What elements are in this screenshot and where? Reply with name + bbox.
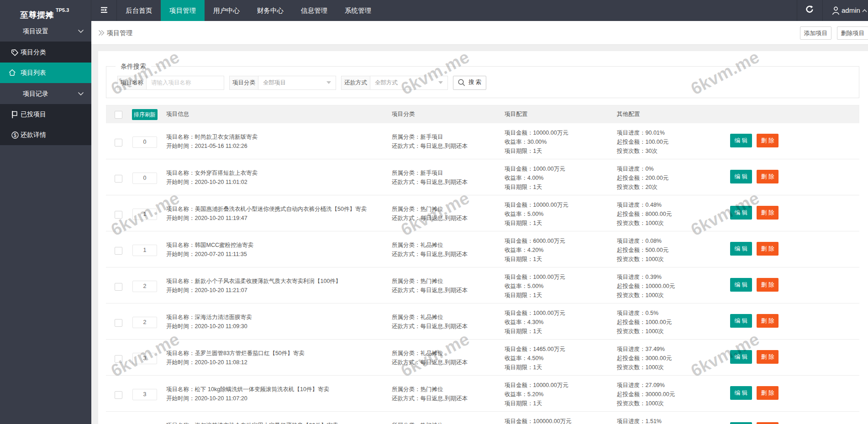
svg-text:$: $ (14, 132, 16, 137)
